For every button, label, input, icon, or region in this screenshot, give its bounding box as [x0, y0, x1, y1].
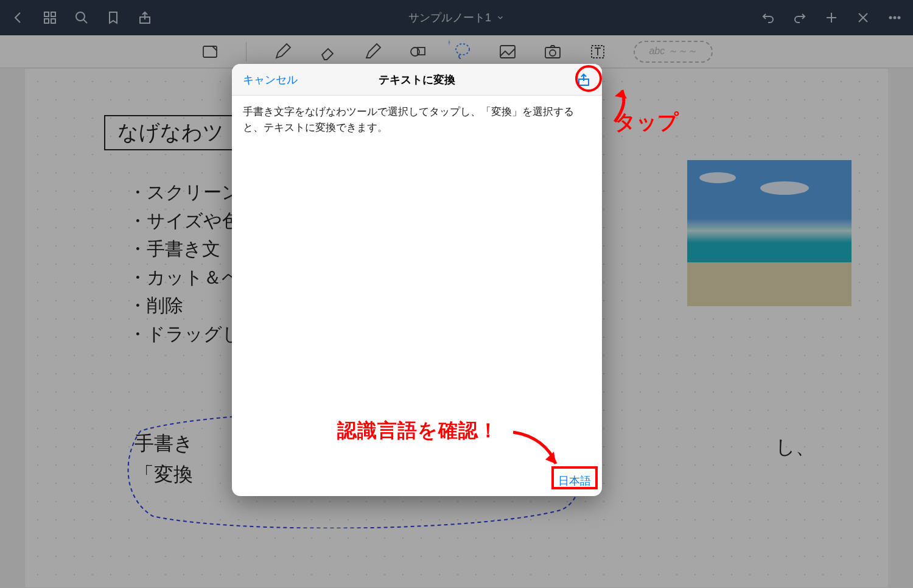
cloud-shape: [760, 181, 809, 195]
grid-icon[interactable]: [43, 10, 57, 25]
handwritten-bottom: 手書き 「変換: [135, 428, 194, 490]
close-icon[interactable]: [856, 10, 870, 25]
highlighter-tool-icon[interactable]: [363, 43, 382, 61]
svg-point-12: [894, 17, 895, 19]
cloud-shape: [699, 172, 736, 183]
eraser-tool-icon[interactable]: [318, 43, 337, 61]
document-title-text: サンプルノート1: [408, 10, 491, 25]
annotation-circle-share: [575, 65, 602, 92]
svg-point-17: [456, 44, 469, 55]
lasso-tool[interactable]: ᚼ: [453, 41, 472, 62]
undo-icon[interactable]: [761, 10, 775, 25]
annotation-lang-label: 認識言語を確認！: [337, 418, 498, 444]
handwritten-line: 手書き: [135, 428, 194, 459]
svg-point-11: [889, 17, 891, 19]
svg-rect-18: [500, 46, 515, 58]
list-item: スクリーン: [128, 178, 241, 207]
list-item: カット＆ペ: [128, 264, 241, 292]
list-item: サイズや色: [128, 207, 241, 236]
svg-point-20: [550, 50, 556, 56]
svg-rect-0: [44, 12, 49, 16]
document-title[interactable]: サンプルノート1: [408, 10, 505, 25]
handwritten-list: スクリーン サイズや色 手書き文 カット＆ペ 削除 ドラッグし: [128, 178, 241, 348]
modal-body-text: 手書き文字をなげなわツールで選択してタップし、「変換」を選択すると、テキストに変…: [232, 96, 602, 144]
list-item: 手書き文: [128, 235, 241, 264]
annotation-tap-label: タップ: [615, 108, 679, 136]
cancel-button[interactable]: キャンセル: [243, 72, 298, 87]
modal-header: キャンセル テキストに変換: [232, 64, 602, 96]
handwriting-placeholder-text: abc ～～～: [649, 45, 696, 58]
bluetooth-icon: ᚼ: [447, 39, 451, 46]
svg-rect-2: [44, 19, 49, 23]
text-tool-icon[interactable]: [589, 43, 607, 61]
more-icon[interactable]: [887, 10, 902, 25]
zoom-tool-icon[interactable]: [201, 43, 219, 61]
annotation-box-language: [551, 466, 598, 489]
titlebar-right: [761, 10, 902, 25]
toolbar: ᚼ abc ～～～: [0, 35, 913, 68]
titlebar-left: [11, 10, 152, 25]
list-item: 削除: [128, 292, 241, 320]
shape-tool-icon[interactable]: [408, 43, 427, 61]
image-tool-icon[interactable]: [498, 43, 517, 61]
bookmark-icon[interactable]: [106, 10, 121, 25]
lasso-tool-icon: [453, 41, 472, 60]
redo-icon[interactable]: [792, 10, 807, 25]
back-icon[interactable]: [11, 10, 26, 25]
handwritten-fragment: し、: [775, 434, 815, 461]
titlebar: サンプルノート1: [0, 0, 913, 35]
list-item: ドラッグし: [128, 320, 241, 349]
svg-rect-3: [51, 19, 55, 23]
chevron-down-icon: [496, 13, 505, 22]
search-icon[interactable]: [74, 10, 89, 25]
svg-point-13: [898, 17, 900, 19]
svg-marker-23: [615, 90, 627, 99]
pen-tool-icon[interactable]: [273, 43, 292, 61]
svg-line-5: [83, 19, 87, 23]
camera-tool-icon[interactable]: [544, 43, 562, 61]
handwritten-title: なげなわツ: [104, 115, 237, 150]
toolbar-separator: [246, 42, 247, 61]
add-icon[interactable]: [824, 10, 839, 25]
handwritten-line: 「変換: [135, 459, 194, 490]
handwriting-placeholder[interactable]: abc ～～～: [634, 41, 713, 63]
beach-image: [687, 160, 852, 306]
share-icon[interactable]: [138, 10, 152, 25]
svg-rect-1: [51, 12, 55, 16]
svg-point-4: [76, 12, 85, 21]
